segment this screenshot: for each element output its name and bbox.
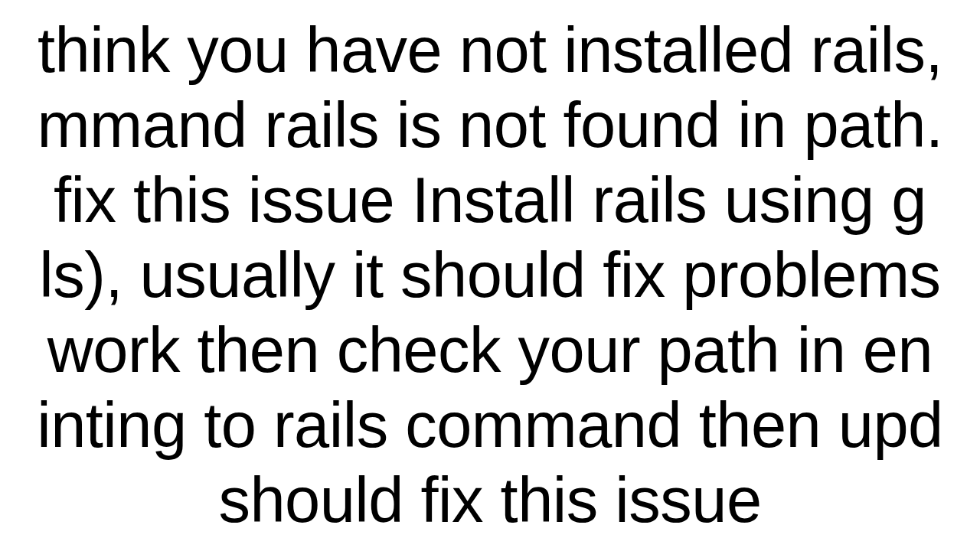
text-content: think you have not installed rails, mman…	[37, 13, 943, 538]
text-line-4: ls), usually it should fix problems	[37, 238, 943, 313]
text-line-1: think you have not installed rails,	[37, 13, 943, 88]
text-line-7: should fix this issue	[37, 463, 943, 538]
text-line-2: mmand rails is not found in path.	[37, 88, 943, 163]
text-line-3: fix this issue Install rails using g	[37, 163, 943, 238]
text-line-5: work then check your path in en	[37, 313, 943, 388]
text-line-6: inting to rails command then upd	[37, 388, 943, 463]
text-container: think you have not installed rails, mman…	[0, 0, 980, 551]
